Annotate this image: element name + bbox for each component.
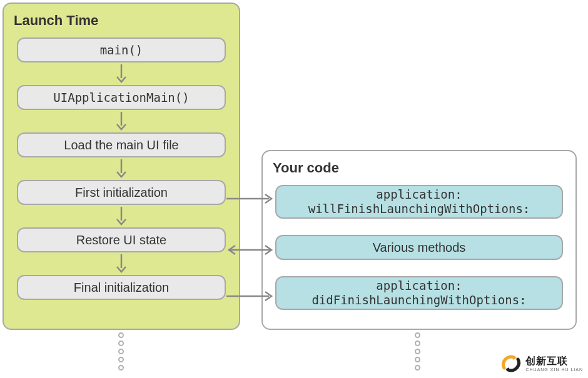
logo-text: 创新互联 CHUANG XIN HU LIAN	[525, 356, 583, 372]
step-uiapplicationmain: UIApplicationMain()	[17, 85, 226, 110]
logo-mark-icon	[500, 353, 522, 374]
dot-icon	[118, 349, 124, 354]
code-panel-title: Your code	[273, 160, 564, 176]
dot-icon	[415, 349, 420, 354]
step-load-ui: Load the main UI file	[17, 132, 226, 157]
connector-first-to-willfinish	[225, 191, 275, 206]
step-label: UIApplicationMain()	[53, 91, 189, 104]
dot-icon	[415, 357, 420, 362]
code-various-methods: Various methods	[275, 235, 563, 260]
arrow-down-icon	[114, 205, 129, 227]
launch-time-panel: Launch Time main() UIApplicationMain() L…	[3, 2, 240, 330]
step-main: main()	[17, 37, 226, 62]
code-will-finish: application: willFinishLaunchingWithOpti…	[275, 185, 563, 219]
connector-restore-to-various	[225, 242, 275, 257]
code-items-column: application: willFinishLaunchingWithOpti…	[274, 185, 564, 310]
code-line: willFinishLaunchingWithOptions:	[308, 202, 530, 216]
step-label: First initialization	[75, 186, 168, 200]
your-code-panel: Your code application: willFinishLaunchi…	[261, 150, 577, 330]
dot-icon	[118, 332, 124, 338]
step-final-init: Final initialization	[17, 275, 226, 300]
dot-icon	[415, 365, 420, 371]
code-line: didFinishLaunchingWithOptions:	[312, 293, 526, 307]
step-label: Final initialization	[74, 281, 169, 295]
arrow-down-icon	[114, 62, 129, 85]
arrow-down-icon	[114, 157, 129, 180]
continuation-dots-left	[116, 332, 125, 371]
continuation-dots-right	[413, 332, 422, 371]
launch-panel-title: Launch Time	[14, 12, 228, 29]
step-restore-ui: Restore UI state	[17, 227, 226, 252]
dot-icon	[415, 341, 420, 346]
logo-text-sub: CHUANG XIN HU LIAN	[525, 367, 583, 372]
dot-icon	[118, 341, 124, 346]
dot-icon	[118, 357, 124, 362]
arrow-down-icon	[114, 110, 129, 132]
code-line: Various methods	[373, 241, 466, 255]
logo-text-main: 创新互联	[525, 356, 583, 366]
brand-logo: 创新互联 CHUANG XIN HU LIAN	[500, 353, 583, 374]
step-label: Restore UI state	[76, 233, 167, 247]
step-label: main()	[100, 43, 143, 57]
connector-final-to-didfinish	[225, 289, 275, 304]
dot-icon	[415, 332, 420, 338]
step-label: Load the main UI file	[64, 138, 178, 152]
code-did-finish: application: didFinishLaunchingWithOptio…	[275, 276, 563, 310]
arrow-down-icon	[114, 252, 129, 275]
code-line: application:	[376, 279, 462, 293]
dot-icon	[118, 365, 124, 371]
step-first-init: First initialization	[17, 180, 226, 205]
code-line: application:	[376, 187, 462, 202]
launch-steps-column: main() UIApplicationMain() Load the main…	[15, 37, 228, 300]
